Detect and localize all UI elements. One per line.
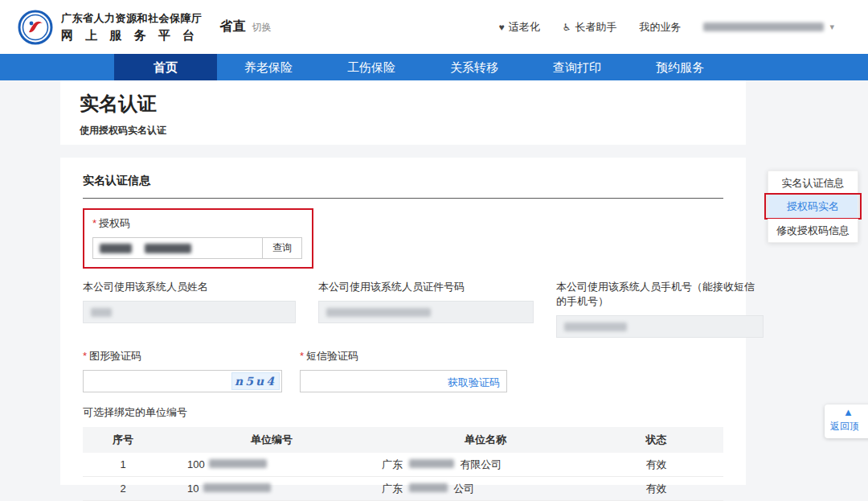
person-name-input [83,301,296,323]
region-block: 省直 切换 [220,18,272,35]
required-marker: * [300,350,304,362]
required-marker: * [83,350,87,362]
person-id-field: 本公司使用该系统人员证件号码 [318,280,534,338]
cell-serial: 2 [83,483,163,495]
person-phone-field: 本公司使用该系统人员手机号（能接收短信的手机号） [556,280,764,338]
heart-icon: ♥ [499,22,505,33]
page-subtitle: 使用授权码实名认证 [80,124,727,138]
content-area: 实名认证 使用授权码实名认证 实名认证信息 *授权码 查询 [0,80,868,501]
realname-form-card: 实名认证信息 *授权码 查询 本公司使用该系统人员姓名 [60,158,746,485]
cell-serial: 1 [83,458,163,470]
person-id-input [318,301,534,323]
query-button[interactable]: 查询 [262,237,302,259]
sms-code-field: *短信验证码 获取验证码 [300,349,507,392]
redacted-person-name [91,308,112,317]
elderly-mode-label: 适老化 [509,20,540,35]
sms-code-input[interactable]: 获取验证码 [300,370,507,392]
side-menu-item-realname-info[interactable]: 实名认证信息 [768,170,858,195]
side-menu-item-label: 授权码实名 [787,200,839,212]
required-marker: * [92,217,96,229]
person-phone-input [556,315,764,338]
primary-nav: 首页 养老保险 工伤保险 关系转移 查询打印 预约服务 [0,54,868,80]
person-name-field: 本公司使用该系统人员姓名 [83,280,296,338]
section-title: 实名认证信息 [83,174,723,199]
auth-code-label: 授权码 [99,217,130,229]
header-links: ♥ 适老化 ♿ 长者助手 我的业务 ▾ [499,20,834,35]
unit-name-suffix: 公司 [453,483,474,495]
redacted-auth-code [145,244,191,253]
redacted-person-phone [564,322,627,331]
captcha-field: *图形验证码 n5u4 [83,349,282,392]
verification-row: *图形验证码 n5u4 *短信验证码 获取验证码 [83,349,723,392]
nav-tab-appointment[interactable]: 预约服务 [628,54,731,80]
redacted-unit-name [409,459,454,468]
person-name-label: 本公司使用该系统人员姓名 [83,280,296,294]
gov-logo-icon [18,10,53,45]
redacted-username [703,23,824,31]
unit-no-visible: 100 [187,458,205,470]
auth-code-annotation-box: *授权码 查询 [83,208,313,269]
sms-label-row: *短信验证码 [300,349,507,363]
org-name: 广东省人力资源和社会保障厅 [61,11,203,26]
sms-label: 短信验证码 [306,350,358,362]
captcha-label-row: *图形验证码 [83,349,282,363]
side-menu-item-authcode-realname[interactable]: 授权码实名 [768,195,858,219]
accessibility-icon: ♿ [563,22,571,33]
back-to-top-label: 返回顶 [830,420,868,433]
my-business-link[interactable]: 我的业务 [639,20,681,35]
col-header-status: 状态 [589,433,723,447]
person-id-label: 本公司使用该系统人员证件号码 [318,280,534,294]
redacted-unit-no [203,483,271,492]
unit-name-suffix: 有限公司 [460,458,502,470]
senior-assistant-link[interactable]: ♿ 长者助手 [563,20,617,35]
person-phone-label: 本公司使用该系统人员手机号（能接收短信的手机号） [556,280,764,309]
user-menu[interactable]: ▾ [703,22,834,32]
redacted-person-id [326,308,431,317]
side-menu: 实名认证信息 授权码实名 修改授权码信息 [768,170,858,243]
cell-unit-no: 100 [163,458,356,470]
table-row[interactable]: 2 10 广东 公司 有效 [83,477,723,501]
get-sms-code-link[interactable]: 获取验证码 [448,376,500,390]
region-switch-link[interactable]: 切换 [252,21,272,35]
cell-status: 有效 [589,458,723,472]
senior-assistant-label: 长者助手 [575,20,616,35]
elderly-mode-link[interactable]: ♥ 适老化 [499,20,540,35]
brand: 广东省人力资源和社会保障厅 网 上 服 务 平 台 省直 切换 [18,10,272,45]
my-business-label: 我的业务 [639,20,681,35]
page-title: 实名认证 [80,91,727,117]
units-table-title: 可选择绑定的单位编号 [83,405,723,420]
captcha-image[interactable]: n5u4 [231,372,280,390]
site-header: 广东省人力资源和社会保障厅 网 上 服 务 平 台 省直 切换 ♥ 适老化 ♿ … [0,0,868,54]
nav-tab-pension[interactable]: 养老保险 [217,54,320,80]
back-to-top-button[interactable]: ▲ 返回顶 [825,404,868,438]
cell-status: 有效 [589,482,723,496]
platform-name: 网 上 服 务 平 台 [61,28,203,43]
redacted-unit-no [209,459,267,468]
unit-name-prefix: 广东 [382,458,403,470]
col-header-serial: 序号 [83,433,163,447]
nav-tab-transfer[interactable]: 关系转移 [423,54,526,80]
auth-code-input-group: 查询 [92,237,302,259]
col-header-unit-no: 单位编号 [163,433,356,447]
side-menu-item-modify-authcode[interactable]: 修改授权码信息 [768,219,858,243]
captcha-label: 图形验证码 [89,350,141,362]
region-label: 省直 [220,18,246,35]
captcha-text: n5u4 [235,375,276,388]
redacted-auth-code [100,244,132,253]
unit-no-visible: 10 [187,483,199,495]
auth-code-label-row: *授权码 [92,216,302,231]
page-header-card: 实名认证 使用授权码实名认证 [60,80,746,145]
nav-tab-home[interactable]: 首页 [114,54,217,80]
nav-tab-work-injury[interactable]: 工伤保险 [320,54,423,80]
cell-unit-name: 广东 公司 [356,482,589,496]
cell-unit-name: 广东 有限公司 [356,458,589,472]
units-table: 序号 单位编号 单位名称 状态 1 100 广东 有限公司 [83,427,723,501]
redacted-unit-name [409,483,448,492]
auth-code-input[interactable] [92,237,263,259]
back-to-top-icon: ▲ [843,407,868,418]
app-window: 广东省人力资源和社会保障厅 网 上 服 务 平 台 省直 切换 ♥ 适老化 ♿ … [0,0,868,501]
brand-text: 广东省人力资源和社会保障厅 网 上 服 务 平 台 [61,11,203,43]
table-row[interactable]: 1 100 广东 有限公司 有效 [83,453,723,477]
nav-tab-query-print[interactable]: 查询打印 [526,54,628,80]
captcha-input[interactable]: n5u4 [83,370,282,392]
